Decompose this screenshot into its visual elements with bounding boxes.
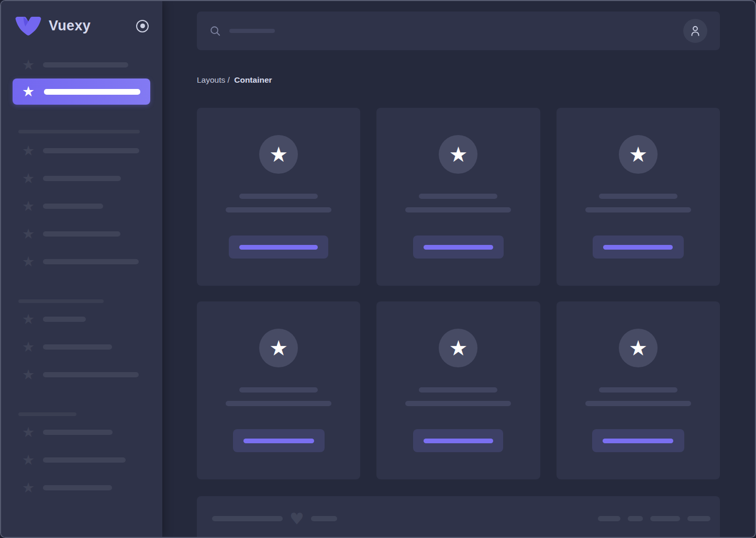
nav-item[interactable]: ★ [1, 361, 162, 388]
card-button-skeleton[interactable] [229, 236, 328, 259]
footer-link-skeleton[interactable] [598, 516, 620, 521]
star-icon: ★ [269, 338, 288, 358]
person-icon [688, 24, 702, 38]
star-icon: ★ [21, 171, 36, 186]
sidebar-menu: ★★★★★★★★★★★★★ [1, 51, 162, 501]
star-icon: ★ [21, 340, 36, 354]
nav-label-skeleton [43, 231, 120, 237]
heart-icon[interactable]: ♥ [290, 512, 304, 525]
nav-item[interactable]: ★ [1, 248, 162, 275]
card-title-skeleton [239, 194, 318, 199]
breadcrumb-current: Container [234, 75, 272, 84]
breadcrumb-parent[interactable]: Layouts / [197, 75, 230, 84]
star-icon: ★ [21, 143, 36, 158]
nav-item[interactable]: ★ [1, 474, 162, 501]
star-icon: ★ [21, 58, 36, 72]
nav-item[interactable]: ★ [1, 418, 162, 446]
card-avatar: ★ [259, 135, 298, 174]
menu-pin-dot [140, 24, 145, 28]
card-subtitle-skeleton [226, 207, 331, 212]
star-icon: ★ [629, 144, 648, 165]
cards-grid: ★★★★★★ [197, 108, 720, 479]
sidebar-header: Vuexy [1, 1, 162, 51]
star-icon: ★ [449, 144, 468, 165]
card-title-skeleton [419, 194, 497, 199]
app-window: Vuexy ★★★★★★★★★★★★★ Layouts / Container [0, 0, 756, 538]
star-icon: ★ [629, 338, 648, 358]
search-input-skeleton[interactable] [229, 29, 275, 33]
card-avatar: ★ [439, 329, 477, 367]
card-button-skeleton[interactable] [592, 429, 684, 452]
brand-name: Vuexy [49, 18, 91, 34]
star-icon: ★ [21, 227, 36, 241]
nav-label-skeleton [43, 317, 86, 322]
nav-label-skeleton [44, 89, 140, 95]
nav-item[interactable]: ★ [1, 137, 162, 164]
user-avatar[interactable] [683, 19, 707, 43]
nav-item[interactable]: ★ [1, 305, 162, 333]
button-label-skeleton [603, 439, 673, 443]
card-subtitle-skeleton [405, 207, 511, 212]
star-icon: ★ [21, 453, 36, 467]
menu-pin-toggle-icon[interactable] [136, 20, 149, 32]
card-title-skeleton [419, 387, 497, 393]
card: ★ [376, 108, 540, 286]
nav-item[interactable]: ★ [1, 220, 162, 248]
star-icon: ★ [21, 84, 36, 99]
nav-item[interactable]: ★ [1, 164, 162, 192]
button-label-skeleton [243, 439, 314, 443]
main-content: Layouts / Container ★★★★★★ ♥ [162, 1, 755, 537]
nav-label-skeleton [43, 62, 128, 68]
star-icon: ★ [21, 425, 36, 440]
breadcrumb: Layouts / Container [197, 74, 720, 86]
nav-item-active[interactable]: ★ [13, 79, 150, 105]
card-avatar: ★ [619, 135, 658, 174]
button-label-skeleton [239, 245, 318, 250]
nav-label-skeleton [43, 176, 121, 181]
sidebar: Vuexy ★★★★★★★★★★★★★ [1, 1, 162, 537]
card-button-skeleton[interactable] [413, 429, 503, 452]
footer-link-skeleton[interactable] [628, 516, 643, 521]
nav-section-skeleton [18, 130, 140, 133]
star-icon: ★ [21, 254, 36, 269]
star-icon: ★ [21, 480, 36, 495]
nav-label-skeleton [43, 485, 112, 490]
card-title-skeleton [599, 387, 677, 393]
footer-link-skeleton[interactable] [687, 516, 710, 521]
nav-item[interactable]: ★ [1, 333, 162, 361]
footer-row: ♥ [212, 512, 710, 525]
card-subtitle-skeleton [226, 401, 331, 406]
nav-section-skeleton [18, 299, 104, 303]
vuexy-logo-icon [15, 16, 42, 37]
nav-item[interactable]: ★ [1, 192, 162, 220]
footer-links [598, 516, 710, 521]
card-avatar: ★ [259, 329, 298, 367]
star-icon: ★ [269, 144, 288, 165]
card-button-skeleton[interactable] [593, 236, 684, 259]
nav-section-skeleton [18, 412, 76, 416]
nav-item[interactable]: ★ [1, 51, 162, 79]
card-avatar: ★ [439, 135, 477, 174]
nav-label-skeleton [43, 430, 113, 435]
nav-item[interactable]: ★ [1, 446, 162, 474]
button-label-skeleton [424, 439, 493, 443]
card-title-skeleton [239, 387, 318, 393]
card-subtitle-skeleton [585, 401, 691, 406]
footer-link-skeleton[interactable] [650, 516, 680, 521]
card-button-skeleton[interactable] [233, 429, 325, 452]
card-button-skeleton[interactable] [413, 236, 504, 259]
search-icon[interactable] [209, 25, 221, 37]
card: ★ [376, 301, 540, 479]
nav-label-skeleton [43, 259, 139, 264]
button-label-skeleton [424, 245, 493, 250]
nav-label-skeleton [43, 457, 126, 463]
nav-label-skeleton [43, 204, 103, 209]
star-icon: ★ [21, 199, 36, 214]
card-subtitle-skeleton [405, 401, 511, 406]
card-avatar: ★ [619, 329, 658, 367]
card: ★ [557, 301, 720, 479]
card: ★ [197, 108, 360, 286]
card-subtitle-skeleton [585, 207, 691, 212]
navbar [197, 12, 720, 50]
nav-label-skeleton [43, 372, 139, 377]
